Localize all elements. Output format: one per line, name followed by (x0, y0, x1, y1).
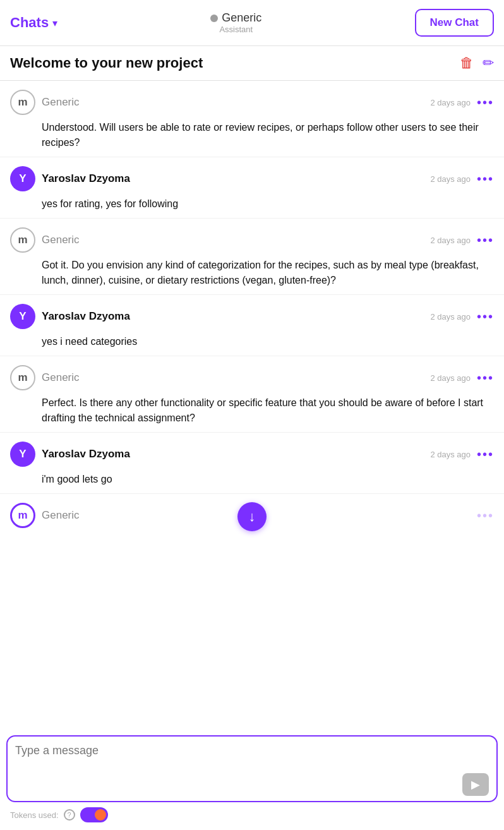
message-options-button[interactable]: ••• (477, 371, 494, 385)
message-sender: Yaroslav Dzyoma (42, 310, 130, 323)
message-meta: Generic 2 days ago ••• (42, 371, 494, 385)
message-time-menu: 2 days ago ••• (430, 233, 494, 248)
message-sender: Yaroslav Dzyoma (42, 172, 130, 185)
message-sender: Generic (42, 234, 80, 246)
message-time: 2 days ago (430, 450, 471, 459)
new-chat-button[interactable]: New Chat (415, 9, 494, 37)
message-text: Got it. Do you envision any kind of cate… (42, 258, 494, 288)
header: Chats ▾ Generic Assistant New Chat (0, 0, 504, 46)
footer: Tokens used: ? (0, 802, 504, 830)
message-text: yes for rating, yes for following (42, 196, 494, 212)
send-button[interactable]: ▶ (462, 773, 489, 796)
message-meta: Yaroslav Dzyoma 2 days ago ••• (42, 447, 494, 462)
message-time-menu: 2 days ago ••• (430, 172, 494, 186)
message-meta: Yaroslav Dzyoma 2 days ago ••• (42, 310, 494, 324)
status-dot-icon (210, 15, 218, 22)
tokens-toggle[interactable] (80, 807, 108, 822)
assistant-info: Generic Assistant (210, 11, 261, 34)
message-options-button[interactable]: ••• (477, 508, 494, 523)
avatar: m (10, 90, 35, 115)
message-meta: Generic 2 days ago ••• (42, 95, 494, 110)
message-sender: Generic (42, 96, 80, 109)
message-options-button[interactable]: ••• (477, 233, 494, 248)
avatar: Y (10, 304, 35, 329)
message-options-button[interactable]: ••• (477, 310, 494, 324)
message-time: 2 days ago (430, 236, 471, 245)
trash-icon[interactable]: 🗑 (460, 55, 474, 71)
chats-label: Chats (10, 15, 49, 31)
avatar: Y (10, 442, 35, 467)
message-meta: Yaroslav Dzyoma 2 days ago ••• (42, 172, 494, 186)
chats-button[interactable]: Chats ▾ (10, 15, 57, 31)
message-input[interactable] (15, 744, 489, 771)
avatar: m (10, 365, 35, 390)
message-time-menu: 2 days ago ••• (430, 95, 494, 110)
message-time-menu: 2 days ago ••• (430, 447, 494, 462)
project-actions: 🗑 ✏ (460, 55, 494, 71)
message-sender: Generic (42, 371, 80, 384)
message-block: m Generic 2 days ago ••• Perfect. Is the… (0, 356, 504, 433)
message-options-button[interactable]: ••• (477, 172, 494, 186)
message-text: Perfect. Is there any other functionalit… (42, 395, 494, 426)
assistant-subtitle: Assistant (219, 25, 253, 34)
tokens-label: Tokens used: (10, 810, 59, 820)
message-block: m Generic 2 days ago ••• Got it. Do you … (0, 219, 504, 295)
message-header: Y Yaroslav Dzyoma 2 days ago ••• (10, 442, 494, 467)
message-time-menu: 2 days ago ••• (430, 310, 494, 324)
message-header: m Generic 2 days ago ••• (10, 227, 494, 253)
message-header: Y Yaroslav Dzyoma 2 days ago ••• (10, 304, 494, 329)
message-header: Y Yaroslav Dzyoma 2 days ago ••• (10, 166, 494, 191)
message-input-area: ▶ (6, 735, 498, 802)
arrow-down-icon: ↓ (249, 508, 256, 525)
message-time-menu: ••• (471, 508, 494, 523)
avatar: m (10, 227, 35, 253)
message-block: Y Yaroslav Dzyoma 2 days ago ••• i'm goo… (0, 433, 504, 494)
message-options-button[interactable]: ••• (477, 447, 494, 462)
help-icon[interactable]: ? (64, 809, 75, 821)
assistant-name: Generic (222, 11, 261, 25)
message-sender: Yaroslav Dzyoma (42, 448, 130, 460)
messages-area: m Generic 2 days ago ••• Understood. Wil… (0, 81, 504, 729)
message-block: Y Yaroslav Dzyoma 2 days ago ••• yes i n… (0, 295, 504, 356)
avatar: Y (10, 166, 35, 191)
message-time-menu: 2 days ago ••• (430, 371, 494, 385)
scroll-down-button[interactable]: ↓ (237, 502, 267, 531)
message-header: m Generic 2 days ago ••• (10, 365, 494, 390)
message-time: 2 days ago (430, 98, 471, 107)
edit-icon[interactable]: ✏ (483, 55, 494, 71)
message-header: m Generic 2 days ago ••• (10, 90, 494, 115)
send-icon: ▶ (471, 778, 480, 791)
message-text: i'm good lets go (42, 472, 494, 487)
message-text: yes i need categories (42, 334, 494, 349)
message-meta: Generic 2 days ago ••• (42, 233, 494, 248)
message-time: 2 days ago (430, 174, 471, 184)
project-bar: Welcome to your new project 🗑 ✏ (0, 46, 504, 81)
message-options-button[interactable]: ••• (477, 95, 494, 110)
message-sender: Generic (42, 509, 80, 522)
message-time: 2 days ago (430, 373, 471, 383)
message-time: 2 days ago (430, 312, 471, 322)
chevron-down-icon: ▾ (52, 17, 57, 29)
message-block: Y Yaroslav Dzyoma 2 days ago ••• yes for… (0, 157, 504, 219)
avatar: m (10, 503, 35, 528)
assistant-name-row: Generic (210, 11, 261, 25)
message-meta: Generic ••• (42, 508, 494, 523)
message-block: m Generic 2 days ago ••• Understood. Wil… (0, 81, 504, 157)
project-title: Welcome to your new project (10, 55, 203, 71)
message-text: Understood. Will users be able to rate o… (42, 120, 494, 150)
